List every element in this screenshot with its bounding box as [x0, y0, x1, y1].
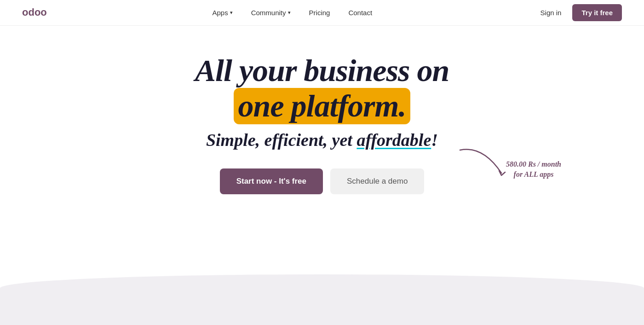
nav-pricing[interactable]: Pricing: [302, 5, 338, 20]
svg-text:odoo: odoo: [22, 6, 47, 18]
schedule-demo-button[interactable]: Schedule a demo: [330, 168, 424, 194]
nav-contact[interactable]: Contact: [341, 5, 380, 20]
hero-subtitle: Simple, efficient, yet affordable!: [206, 130, 438, 150]
chevron-down-icon: ▾: [230, 10, 233, 16]
nav-community[interactable]: Community ▾: [244, 5, 298, 20]
pricing-note: 580.00 Rs / month for ALL apps: [506, 159, 561, 180]
curve-section: Accounting Knowledge: [0, 274, 644, 325]
hero-highlight: one platform.: [234, 88, 411, 124]
nav-actions: Sign in Try it free: [535, 4, 622, 21]
try-free-button[interactable]: Try it free: [572, 4, 622, 21]
nav-apps[interactable]: Apps ▾: [205, 5, 240, 20]
nav-links: Apps ▾ Community ▾ Pricing Contact: [205, 5, 380, 20]
hero-section: All your business on one platform. Simpl…: [0, 26, 644, 247]
start-now-button[interactable]: Start now - It's free: [220, 168, 323, 194]
sign-in-link[interactable]: Sign in: [535, 5, 567, 20]
hero-title: All your business on one platform.: [115, 53, 529, 124]
arrow-icon: [455, 145, 511, 182]
logo[interactable]: odoo: [22, 6, 50, 20]
navbar: odoo Apps ▾ Community ▾ Pricing Contact …: [0, 0, 644, 26]
hero-buttons: Start now - It's free Schedule a demo: [220, 168, 425, 194]
chevron-down-icon: ▾: [288, 10, 291, 16]
curve-background: [0, 274, 644, 325]
